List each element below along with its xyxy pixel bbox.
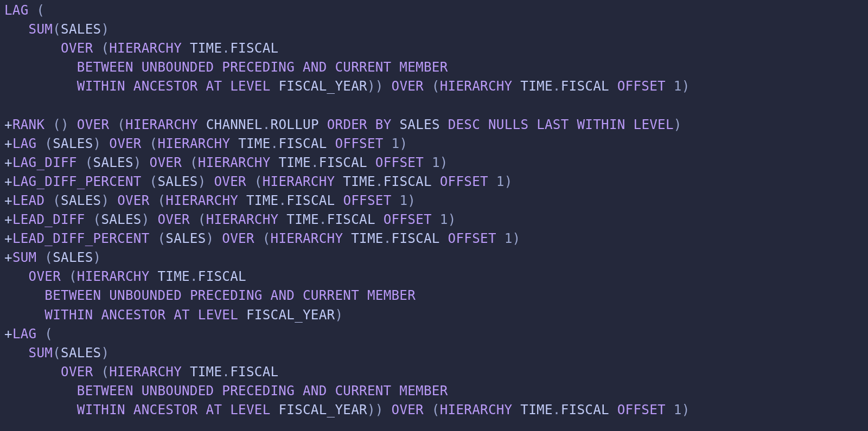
rparen: ) — [367, 402, 375, 417]
dot: . — [278, 193, 286, 208]
kw-hierarchy: HIERARCHY — [109, 364, 182, 379]
lparen: ( — [44, 250, 53, 265]
lparen: ( — [53, 22, 61, 37]
lparen: ( — [101, 41, 109, 56]
kw-ancestor: ANCESTOR — [133, 79, 198, 94]
id-time: TIME — [190, 364, 222, 379]
dot: . — [311, 155, 319, 170]
lparen: ( — [53, 345, 61, 361]
kw-over: OVER — [150, 155, 182, 170]
id-fiscal: FISCAL — [561, 79, 609, 94]
kw-member: MEMBER — [399, 60, 448, 75]
kw-last: LAST — [537, 117, 569, 132]
id-time: TIME — [520, 79, 552, 94]
lparen: ( — [198, 212, 206, 227]
num-1: 1 — [392, 136, 400, 151]
kw-hierarchy: HIERARCHY — [271, 231, 343, 246]
kw-rank: RANK — [12, 117, 44, 132]
rparen: ) — [375, 79, 384, 94]
kw-hierarchy: HIERARCHY — [263, 174, 335, 189]
lparen: ( — [157, 231, 165, 246]
id-time: TIME — [520, 402, 552, 417]
col-sales: SALES — [61, 193, 101, 208]
diff-plus: + — [4, 136, 12, 151]
dot: . — [375, 174, 384, 189]
id-rollup: ROLLUP — [271, 117, 319, 132]
kw-lag: LAG — [4, 3, 29, 18]
lparen: ( — [69, 269, 77, 284]
col-sales: SALES — [53, 250, 93, 265]
kw-over: OVER — [117, 193, 149, 208]
kw-hierarchy: HIERARCHY — [157, 136, 230, 151]
kw-unbounded: UNBOUNDED — [142, 60, 214, 75]
kw-within: WITHIN — [77, 79, 125, 94]
dot: . — [222, 364, 230, 379]
dot: . — [553, 402, 561, 417]
kw-over: OVER — [109, 136, 141, 151]
kw-hierarchy: HIERARCHY — [440, 79, 513, 94]
kw-level: LEVEL — [634, 117, 674, 132]
kw-offset: OFFSET — [335, 136, 384, 151]
id-fiscal: FISCAL — [327, 212, 375, 227]
rparen: ) — [682, 79, 690, 94]
kw-hierarchy: HIERARCHY — [109, 41, 182, 56]
rparen: ) — [448, 212, 456, 227]
kw-offset: OFFSET — [448, 231, 496, 246]
kw-lead-diff-percent: LEAD_DIFF_PERCENT — [12, 231, 150, 246]
lparen: ( — [53, 117, 61, 132]
lparen: ( — [36, 3, 44, 18]
diff-plus: + — [4, 250, 12, 265]
rparen: ) — [61, 117, 69, 132]
id-fiscal: FISCAL — [230, 364, 278, 379]
lparen: ( — [101, 364, 109, 379]
kw-over: OVER — [61, 41, 93, 56]
num-1: 1 — [440, 212, 448, 227]
kw-member: MEMBER — [399, 383, 448, 398]
rparen: ) — [674, 117, 682, 132]
kw-within: WITHIN — [77, 402, 125, 417]
kw-and: AND — [303, 60, 327, 75]
rparen: ) — [375, 402, 384, 417]
kw-desc: DESC — [448, 117, 480, 132]
kw-hierarchy: HIERARCHY — [77, 269, 150, 284]
kw-ancestor: ANCESTOR — [133, 402, 198, 417]
col-sales: SALES — [53, 136, 93, 151]
diff-plus: + — [4, 117, 12, 132]
dot: . — [319, 212, 327, 227]
space — [29, 3, 37, 18]
num-1: 1 — [399, 193, 407, 208]
kw-offset: OFFSET — [375, 155, 424, 170]
id-time: TIME — [190, 41, 222, 56]
kw-level: LEVEL — [198, 307, 238, 323]
id-fiscal: FISCAL — [384, 174, 432, 189]
diff-plus: + — [4, 231, 12, 246]
kw-current: CURRENT — [335, 60, 391, 75]
kw-lag: LAG — [12, 326, 37, 342]
diff-plus: + — [4, 193, 12, 208]
kw-preceding: PRECEDING — [190, 288, 263, 303]
code-editor: LAG ( SUM(SALES) OVER (HIERARCHY TIME.FI… — [0, 0, 868, 424]
rparen: ) — [440, 155, 448, 170]
dot: . — [190, 269, 198, 284]
lparen: ( — [432, 402, 440, 417]
kw-within: WITHIN — [44, 307, 93, 323]
kw-at: AT — [206, 402, 222, 417]
kw-lead-diff: LEAD_DIFF — [12, 212, 85, 227]
kw-hierarchy: HIERARCHY — [440, 402, 513, 417]
col-sales: SALES — [93, 155, 133, 170]
kw-over: OVER — [77, 117, 109, 132]
rparen: ) — [133, 155, 142, 170]
diff-plus: + — [4, 155, 12, 170]
kw-between: BETWEEN — [44, 288, 101, 303]
id-fiscal-year: FISCAL_YEAR — [246, 307, 335, 323]
kw-over: OVER — [29, 269, 61, 284]
kw-offset: OFFSET — [384, 212, 432, 227]
num-1: 1 — [674, 402, 682, 417]
col-sales: SALES — [399, 117, 439, 132]
kw-lag-diff-percent: LAG_DIFF_PERCENT — [12, 174, 142, 189]
kw-lead: LEAD — [12, 193, 44, 208]
lparen: ( — [263, 231, 271, 246]
dot: . — [384, 231, 392, 246]
kw-level: LEVEL — [230, 402, 270, 417]
col-sales: SALES — [61, 345, 101, 361]
